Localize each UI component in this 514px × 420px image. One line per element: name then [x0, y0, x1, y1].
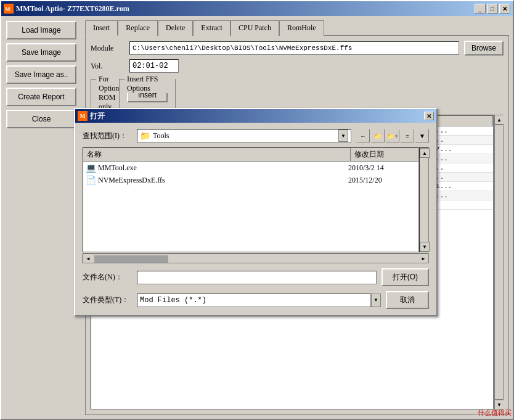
search-dropdown-arrow[interactable]: ▼: [338, 130, 348, 142]
view-dropdown[interactable]: ▼: [415, 129, 429, 142]
file-name-text: MMTool.exe: [98, 163, 137, 173]
file-item[interactable]: 💻 MMTool.exe 2010/3/2 14: [83, 162, 418, 174]
back-arrow[interactable]: ←: [356, 129, 370, 142]
search-location-dropdown[interactable]: 📁 Tools ▼: [137, 129, 351, 142]
file-scroll-up[interactable]: ▲: [420, 148, 430, 158]
dialog-title-bar: M 打开 ✕: [75, 109, 436, 123]
dialog-icon: M: [78, 111, 88, 121]
file-date-text: 2010/3/2 14: [348, 163, 416, 173]
view-btn[interactable]: ≡: [401, 129, 414, 142]
file-open-dialog: M 打开 ✕ 查找范围(I)： 📁 Tools ▼ ← 📁 📁+ ≡: [74, 108, 438, 316]
filename-input[interactable]: [137, 271, 377, 284]
search-location-text: Tools: [153, 131, 336, 141]
hscroll-thumb[interactable]: [94, 255, 168, 263]
filetype-dropdown-arrow[interactable]: ▼: [371, 294, 381, 307]
file-list[interactable]: 名称 修改日期 💻 MMTool.exe 2010/3/2 14 📄 NVMeE…: [83, 147, 419, 252]
new-folder-btn[interactable]: 📁+: [386, 129, 399, 142]
search-label: 查找范围(I)：: [83, 131, 132, 141]
file-list-container: 名称 修改日期 💻 MMTool.exe 2010/3/2 14 📄 NVMeE…: [83, 147, 429, 252]
filename-label: 文件名(N)：: [83, 272, 132, 282]
filetype-label: 文件类型(T)：: [83, 295, 132, 305]
file-item-name: 📄 NVMeExpressDxE.ffs: [86, 175, 348, 185]
file-list-items: 💻 MMTool.exe 2010/3/2 14 📄 NVMeExpressDx…: [83, 162, 418, 186]
folder-icon-btn[interactable]: 📁: [371, 129, 385, 142]
dialog-overlay: M 打开 ✕ 查找范围(I)： 📁 Tools ▼ ← 📁 📁+ ≡: [0, 0, 514, 420]
col-date-header: 修改日期: [351, 148, 418, 161]
hscroll-left[interactable]: ◄: [83, 254, 93, 263]
file-item-name: 💻 MMTool.exe: [86, 163, 348, 173]
nav-arrows: ← 📁 📁+ ≡ ▼: [356, 129, 429, 142]
hscroll-right[interactable]: ►: [418, 254, 428, 263]
hscroll-track: [93, 254, 418, 263]
file-hscrollbar[interactable]: ◄ ►: [83, 253, 429, 263]
file-list-header: 名称 修改日期: [83, 148, 418, 162]
search-row: 查找范围(I)： 📁 Tools ▼ ← 📁 📁+ ≡ ▼: [83, 129, 429, 142]
file-date-text: 2015/12/20: [348, 176, 416, 185]
dialog-close-button[interactable]: ✕: [424, 112, 434, 120]
file-list-scrollbar[interactable]: ▲ ▼: [419, 147, 429, 252]
dialog-content: 查找范围(I)： 📁 Tools ▼ ← 📁 📁+ ≡ ▼: [75, 123, 436, 315]
file-item[interactable]: 📄 NVMeExpressDxE.ffs 2015/12/20: [83, 174, 418, 186]
filetype-row: 文件类型(T)： ▼ 取消: [83, 291, 429, 309]
file-icon: 💻: [86, 163, 96, 173]
open-button[interactable]: 打开(O): [381, 268, 429, 286]
dialog-title-text: 打开: [90, 111, 105, 121]
filename-row: 文件名(N)： 打开(O): [83, 268, 429, 286]
col-name-header: 名称: [83, 148, 351, 161]
filetype-input[interactable]: [137, 294, 371, 307]
file-scroll-thumb: [420, 158, 428, 242]
file-icon: 📄: [86, 175, 96, 185]
filetype-select-wrap: ▼: [137, 294, 381, 307]
file-name-text: NVMeExpressDxE.ffs: [98, 176, 165, 185]
cancel-button[interactable]: 取消: [386, 291, 429, 309]
file-scroll-down[interactable]: ▼: [420, 242, 430, 252]
